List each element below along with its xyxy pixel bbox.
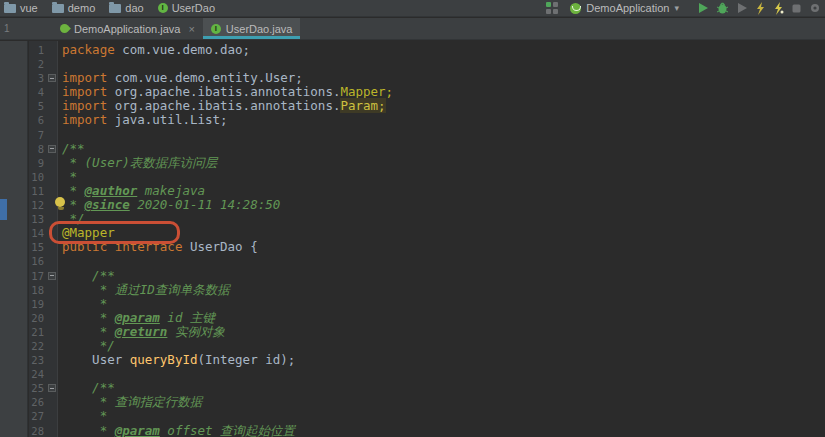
code-line[interactable]: * bbox=[62, 409, 825, 423]
code-line[interactable]: import java.util.List; bbox=[62, 113, 825, 127]
code-line[interactable]: /** bbox=[62, 269, 825, 283]
code-line[interactable]: * 通过ID查询单条数据 bbox=[62, 283, 825, 297]
breadcrumb-demo[interactable]: demo bbox=[52, 2, 96, 14]
code-token: * 查询指定行数据 bbox=[62, 394, 202, 409]
code-line[interactable]: /** bbox=[62, 381, 825, 395]
line-number: 27 bbox=[29, 409, 57, 423]
line-number: 10 bbox=[29, 170, 57, 184]
editor-tab-bar: 1 DemoApplication.java × I UserDao.java bbox=[0, 18, 825, 40]
run-icon[interactable] bbox=[697, 2, 709, 14]
fold-collapse-icon[interactable] bbox=[48, 384, 56, 392]
code-line[interactable] bbox=[62, 57, 825, 71]
code-line[interactable]: import com.vue.demo.entity.User; bbox=[62, 71, 825, 85]
toolbar-buttons bbox=[697, 2, 821, 15]
code-line[interactable]: * @param id 主键 bbox=[62, 311, 825, 325]
code-line[interactable]: * @since 2020-01-11 14:28:50 bbox=[62, 198, 825, 212]
close-icon[interactable]: × bbox=[188, 23, 194, 35]
line-number: 18 bbox=[29, 283, 57, 297]
code-token: com.vue.demo.entity.User; bbox=[107, 70, 303, 85]
line-number: 16 bbox=[29, 254, 57, 268]
code-token: com.vue.demo.dao; bbox=[115, 42, 250, 57]
code-token: @return bbox=[115, 324, 168, 339]
code-token: (Integer id); bbox=[197, 352, 295, 367]
profiler-alt-icon[interactable] bbox=[773, 2, 784, 15]
code-token: org.apache.ibatis.annotations. bbox=[107, 98, 340, 113]
code-token: Param; bbox=[340, 98, 385, 113]
breadcrumb-userdao[interactable]: I UserDao bbox=[158, 2, 215, 14]
code-line[interactable]: * bbox=[62, 297, 825, 311]
fold-collapse-icon[interactable] bbox=[48, 272, 56, 280]
line-number: 4 bbox=[29, 85, 57, 99]
code-line[interactable]: * @param offset 查询起始位置 bbox=[62, 424, 825, 437]
breadcrumb-label: demo bbox=[68, 2, 96, 14]
profiler-icon[interactable] bbox=[755, 2, 766, 15]
code-line[interactable]: * @author makejava bbox=[62, 184, 825, 198]
run-configuration-label: DemoApplication bbox=[586, 2, 669, 14]
tab-userdao[interactable]: I UserDao.java bbox=[203, 18, 301, 39]
code-token: * bbox=[62, 408, 107, 423]
line-number: 28 bbox=[29, 424, 57, 437]
breadcrumb-vue[interactable]: vue bbox=[4, 2, 38, 14]
debug-icon[interactable] bbox=[716, 2, 729, 14]
code-token: * bbox=[62, 310, 115, 325]
code-line[interactable]: /** bbox=[62, 142, 825, 156]
code-token: import bbox=[62, 70, 107, 85]
line-number: 7 bbox=[29, 128, 57, 142]
run-configuration-select[interactable]: DemoApplication ▾ bbox=[566, 1, 683, 15]
code-token: * (User)表数据库访问层 bbox=[62, 155, 217, 170]
code-token: offset 查询起始位置 bbox=[160, 423, 295, 437]
code-line[interactable]: * bbox=[62, 170, 825, 184]
code-token: @param bbox=[115, 310, 160, 325]
line-number: 22 bbox=[29, 339, 57, 353]
breadcrumb-label: dao bbox=[125, 2, 143, 14]
code-token: java.util.List; bbox=[107, 112, 227, 127]
line-number: 5 bbox=[29, 99, 57, 113]
code-token: package bbox=[62, 42, 115, 57]
coverage-icon[interactable] bbox=[736, 2, 748, 14]
tool-window-indicator bbox=[0, 199, 7, 220]
line-number: 3 bbox=[29, 71, 57, 85]
code-token: import bbox=[62, 98, 107, 113]
code-line[interactable]: * 查询指定行数据 bbox=[62, 395, 825, 409]
stop-icon[interactable] bbox=[791, 3, 802, 14]
code-line[interactable] bbox=[62, 128, 825, 142]
code-line[interactable]: * (User)表数据库访问层 bbox=[62, 156, 825, 170]
code-token: * 通过ID查询单条数据 bbox=[62, 282, 230, 297]
code-line[interactable]: */ bbox=[62, 339, 825, 353]
code-token: 2020-01-11 14:28:50 bbox=[130, 197, 281, 212]
code-token: UserDao { bbox=[182, 239, 257, 254]
tool-window-stripe[interactable] bbox=[0, 41, 28, 437]
breadcrumb: vue demo dao I UserDao bbox=[4, 2, 215, 14]
mapper-highlight-box bbox=[49, 221, 180, 244]
fold-collapse-icon[interactable] bbox=[48, 74, 56, 82]
code-token: /** bbox=[62, 141, 85, 156]
code-token: 实例对象 bbox=[167, 324, 225, 339]
tab-label: UserDao.java bbox=[226, 23, 293, 35]
code-token: Mapper; bbox=[340, 84, 393, 99]
tab-demoapplication[interactable]: DemoApplication.java × bbox=[52, 18, 203, 39]
folder-icon bbox=[4, 4, 16, 13]
line-number: 21 bbox=[29, 325, 57, 339]
line-number: 26 bbox=[29, 395, 57, 409]
settings-icon[interactable] bbox=[809, 2, 821, 14]
code-line[interactable]: public interface UserDao { bbox=[62, 240, 825, 254]
interface-icon: I bbox=[211, 24, 221, 34]
fold-collapse-icon[interactable] bbox=[48, 145, 56, 153]
lightbulb-icon[interactable] bbox=[55, 197, 66, 210]
code-line[interactable]: package com.vue.demo.dao; bbox=[62, 43, 825, 57]
grid-icon[interactable] bbox=[546, 2, 558, 14]
line-number: 20 bbox=[29, 311, 57, 325]
code-line[interactable] bbox=[62, 367, 825, 381]
code-line[interactable]: import org.apache.ibatis.annotations.Par… bbox=[62, 99, 825, 113]
code-token: * bbox=[62, 423, 115, 437]
code-token: @since bbox=[85, 197, 130, 212]
code-token: * bbox=[62, 169, 77, 184]
spring-leaf-icon bbox=[58, 22, 71, 35]
code-line[interactable]: import org.apache.ibatis.annotations.Map… bbox=[62, 85, 825, 99]
code-line[interactable]: User queryById(Integer id); bbox=[62, 353, 825, 367]
tool-window-stub: 1 bbox=[0, 18, 52, 39]
code-line[interactable] bbox=[62, 254, 825, 268]
code-line[interactable]: * @return 实例对象 bbox=[62, 325, 825, 339]
breadcrumb-dao[interactable]: dao bbox=[109, 2, 143, 14]
code-token: id 主键 bbox=[160, 310, 215, 325]
